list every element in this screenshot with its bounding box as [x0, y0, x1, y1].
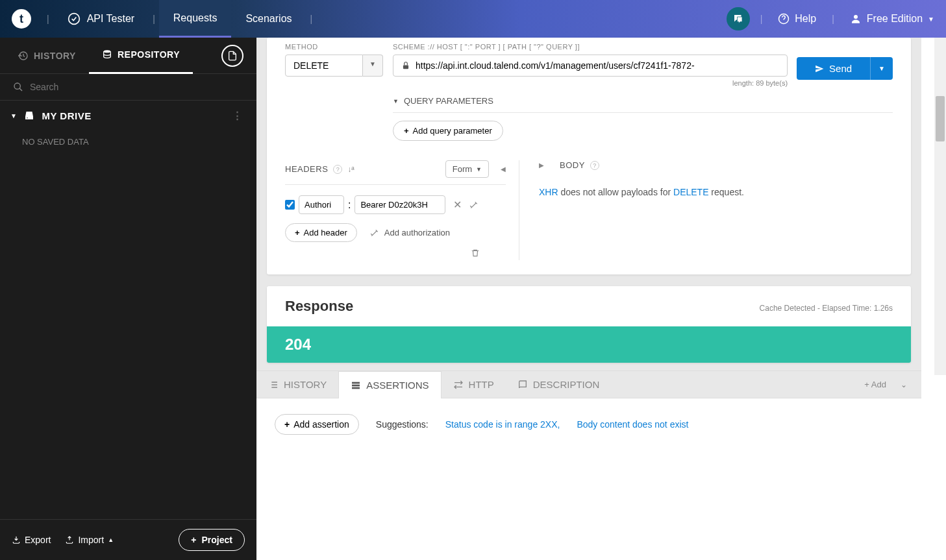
sort-button[interactable]: ↓ª [347, 165, 354, 174]
check-circle-icon [68, 12, 81, 25]
headers-mode-select[interactable]: Form ▼ [445, 160, 489, 178]
send-button[interactable]: Send [797, 57, 870, 80]
drive-more-button[interactable]: ⋮ [229, 110, 247, 121]
header-name-input[interactable] [299, 195, 344, 214]
drive-icon [23, 110, 35, 121]
add-header-button[interactable]: + Add header [285, 223, 357, 242]
chevron-down-icon: ▼ [10, 112, 17, 119]
panel-body: + Add assertion Suggestions: Status code… [256, 398, 921, 450]
save-button[interactable] [221, 45, 243, 67]
method-input[interactable] [285, 55, 363, 77]
response-title: Response [285, 298, 353, 315]
add-auth-label: Add authorization [384, 228, 450, 237]
history-label: HISTORY [34, 51, 76, 61]
list-icon [268, 380, 279, 390]
document-icon [227, 51, 238, 61]
api-tester-label: API Tester [87, 13, 135, 25]
send-group: Send ▼ [797, 57, 893, 80]
add-query-button[interactable]: + Add query parameter [393, 121, 503, 141]
method-column: METHOD ▼ [285, 43, 384, 77]
add-label: Add [871, 380, 886, 389]
query-params-toggle[interactable]: ▼ QUERY PARAMETERS [393, 96, 893, 113]
scenarios-nav[interactable]: Scenarios [231, 0, 306, 38]
scrollbar-track[interactable] [934, 38, 946, 375]
form-mode-label: Form [453, 164, 472, 174]
tab-assertions[interactable]: ASSERTIONS [338, 371, 441, 398]
tab-http[interactable]: HTTP [442, 371, 506, 398]
add-assertion-label: Add assertion [293, 419, 349, 430]
send-icon [815, 64, 824, 73]
magic-wand-icon[interactable] [469, 201, 479, 210]
header-right: | Help | Free Edition ▼ [720, 7, 946, 30]
api-tester-nav[interactable]: API Tester [53, 0, 149, 38]
suggestion-body-content[interactable]: Body content does not exist [577, 419, 688, 430]
url-input[interactable] [416, 60, 779, 71]
svg-point-2 [854, 15, 858, 19]
chat-button[interactable] [727, 7, 750, 30]
book-icon [517, 380, 528, 390]
edition-button[interactable]: Free Edition ▼ [838, 13, 946, 25]
panel-expand-button[interactable]: ⌄ [895, 380, 912, 389]
svg-point-3 [104, 50, 111, 53]
response-card: Response Cache Detected - Elapsed Time: … [267, 286, 911, 363]
delete-header-button[interactable]: ✕ [449, 199, 466, 211]
separator: | [756, 14, 767, 24]
xhr-link[interactable]: XHR [539, 187, 558, 197]
import-label: Import [78, 535, 104, 545]
body-text-2: request. [708, 187, 743, 197]
help-button[interactable]: Help [766, 13, 828, 25]
send-dropdown[interactable]: ▼ [870, 57, 893, 80]
search-input[interactable] [30, 82, 243, 92]
delete-link[interactable]: DELETE [673, 187, 708, 197]
plus-icon: + [864, 380, 871, 389]
collapse-left-button[interactable]: ◀ [501, 165, 506, 173]
query-params-section: ▼ QUERY PARAMETERS + Add query parameter [393, 96, 893, 141]
status-bar: 204 [267, 326, 911, 363]
tab-repository[interactable]: REPOSITORY [89, 38, 193, 74]
add-query-label: Add query parameter [413, 126, 492, 136]
help-icon[interactable]: ? [590, 161, 599, 170]
method-dropdown[interactable]: ▼ [363, 55, 383, 77]
header-checkbox[interactable] [285, 200, 295, 210]
tab-history-panel[interactable]: HISTORY [256, 371, 338, 398]
upload-icon [65, 535, 74, 544]
svg-point-0 [68, 14, 79, 25]
logo-icon[interactable]: t [12, 9, 31, 29]
tab-description[interactable]: DESCRIPTION [506, 371, 612, 398]
query-params-label: QUERY PARAMETERS [404, 96, 493, 106]
import-button[interactable]: Import ▲ [65, 535, 114, 545]
scrollbar-thumb[interactable] [936, 96, 945, 141]
headers-title: HEADERS [285, 164, 328, 174]
my-drive-row[interactable]: ▼ MY DRIVE ⋮ [0, 101, 256, 130]
svg-point-4 [14, 83, 20, 89]
headers-header: HEADERS ? ↓ª Form ▼ ◀ [285, 160, 506, 185]
svg-rect-6 [403, 65, 408, 69]
body-header: ▶ BODY ? [539, 160, 893, 177]
panel-tabs: HISTORY ASSERTIONS HTTP DESCRIPTION + Ad… [256, 371, 921, 398]
chat-icon [732, 13, 744, 25]
suggestion-status-code[interactable]: Status code is in range 2XX, [445, 419, 560, 430]
requests-nav[interactable]: Requests [159, 0, 232, 38]
panel-add-button[interactable]: + Add [855, 380, 895, 389]
trash-button[interactable] [285, 249, 506, 260]
search-bar [0, 74, 256, 101]
add-assertion-button[interactable]: + Add assertion [275, 414, 359, 435]
help-icon[interactable]: ? [333, 165, 342, 174]
header-value-input[interactable] [355, 195, 445, 214]
no-saved-data: NO SAVED DATA [0, 130, 256, 153]
method-label: METHOD [285, 43, 384, 51]
response-header: Response Cache Detected - Elapsed Time: … [267, 286, 911, 326]
request-card: METHOD ▼ SCHEME :// HOST [ ":" PORT ] [ … [267, 38, 911, 274]
method-select: ▼ [285, 55, 384, 77]
repository-label: REPOSITORY [118, 49, 180, 60]
requests-label: Requests [173, 12, 218, 24]
add-authorization-button[interactable]: Add authorization [370, 228, 450, 237]
expand-right-button[interactable]: ▶ [539, 162, 544, 169]
export-button[interactable]: Export [12, 535, 51, 545]
project-button[interactable]: + Project [179, 529, 245, 551]
url-box [393, 55, 788, 77]
tab-history[interactable]: HISTORY [0, 51, 89, 61]
history-icon [18, 51, 29, 61]
main-content: METHOD ▼ SCHEME :// HOST [ ":" PORT ] [ … [256, 38, 921, 560]
suggestions-label: Suggestions: [376, 419, 429, 430]
